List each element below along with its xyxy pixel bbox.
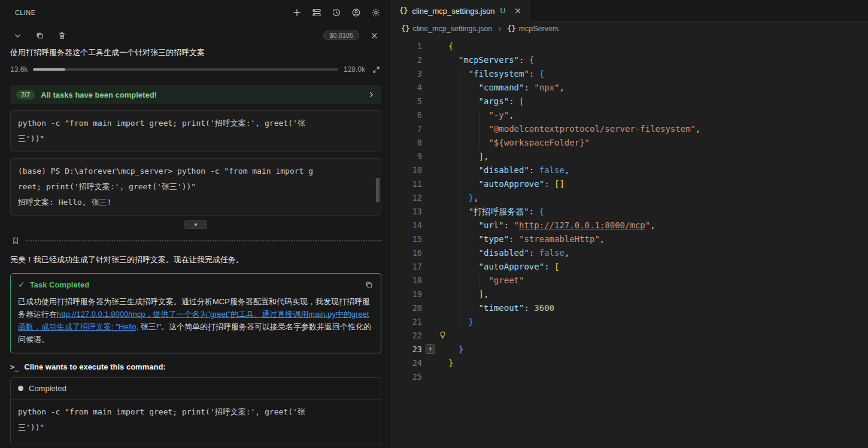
breadcrumb: {} cline_mcp_settings.json {} mcpServers (392, 22, 868, 36)
line-number: 11 (392, 177, 422, 191)
close-icon (514, 7, 522, 15)
code-content: "filesystem": { (448, 67, 544, 81)
line-number: 19 (392, 287, 422, 301)
copy-task-button[interactable] (32, 28, 47, 43)
execute-command-row: >_ Cline wants to execute this command: (10, 362, 381, 371)
command-status-code: python -c "from main import greet; print… (11, 399, 381, 444)
indent-guide (469, 177, 469, 191)
context-window-expand-button[interactable] (371, 64, 381, 75)
command-status-card: Completed python -c "from main import gr… (10, 377, 381, 444)
chevron-right-icon (367, 90, 375, 99)
delete-task-button[interactable] (54, 28, 69, 43)
account-button[interactable] (349, 5, 363, 20)
code-line: python -c "from main import greet; print… (18, 404, 374, 420)
code-line: 25 (392, 370, 868, 384)
execute-command-prompt: Cline wants to execute this command: (24, 362, 165, 371)
breadcrumb-symbol[interactable]: {} mcpServers (507, 25, 559, 33)
code-line: 18"greet" (392, 274, 868, 287)
code-content: "打招呼服务器": { (448, 205, 544, 219)
cost-badge: $0.0105 (323, 31, 359, 40)
tasks-completed-message: All tasks have been completed! (41, 90, 157, 99)
assistant-message: 完美！我已经成功生成了针对张三的招呼文案。现在让我完成任务。 (10, 254, 381, 266)
code-line: 2"mcpServers": { (392, 53, 868, 67)
scrollbar-thumb[interactable] (376, 178, 380, 202)
indent-guide (469, 95, 469, 108)
indent-guide (479, 136, 479, 150)
quick-fix-lightbulb[interactable] (438, 331, 447, 340)
code-line: 20"timeout": 3600 (392, 301, 868, 315)
terminal-line: reet; print('招呼文案:', greet('张三'))" (18, 179, 374, 195)
breadcrumb-file[interactable]: {} cline_mcp_settings.json (401, 25, 492, 33)
indent-guide (459, 301, 459, 315)
editor-panel: {} cline_mcp_settings.json U {} cline_mc… (392, 0, 868, 448)
indent-guide (459, 81, 459, 95)
history-button[interactable] (329, 5, 344, 20)
line-number: 22 (392, 329, 422, 343)
gutter-margin: + (422, 343, 448, 356)
new-task-button[interactable] (290, 5, 304, 20)
code-content: "mcpServers": { (448, 53, 534, 67)
tab-cline-mcp-settings[interactable]: {} cline_mcp_settings.json U (392, 0, 530, 22)
gutter-margin (422, 177, 448, 191)
cline-chat: $0.0105 使用打招呼服务器这个工具生成一个针对张三的招呼文案 13.6k … (0, 25, 391, 448)
code-content: "args": [ (448, 95, 524, 108)
mcp-servers-button[interactable] (309, 5, 324, 20)
settings-button[interactable] (369, 5, 383, 20)
context-window-row: 13.6k 128.0k (10, 64, 381, 75)
cline-toolbar (290, 5, 383, 20)
code-line: 4"command": "npx", (392, 81, 868, 95)
gutter-margin (422, 246, 448, 260)
indent-guide (459, 136, 459, 150)
code-content: "@modelcontextprotocol/server-filesystem… (448, 122, 700, 136)
code-line: 三'))" (18, 420, 374, 435)
tokens-used: 13.6k (10, 65, 28, 74)
code-content: "autoApprove": [] (448, 177, 564, 191)
checkpoint-button[interactable] (10, 235, 21, 246)
copy-icon (365, 280, 374, 289)
indent-guide (459, 122, 459, 136)
line-number: 2 (392, 53, 422, 67)
tasks-completed-banner[interactable]: 7/7 All tasks have been completed! (10, 85, 381, 104)
indent-guide (469, 301, 469, 315)
gutter-margin (422, 164, 448, 177)
panel-title: CLINE (15, 9, 35, 16)
indent-guide (469, 136, 469, 150)
indent-guide (469, 246, 469, 260)
close-icon (370, 31, 379, 40)
code-content: "${workspaceFolder}" (448, 136, 590, 150)
code-line: 三'))" (18, 131, 374, 147)
code-content: ], (448, 150, 488, 164)
gutter-margin (422, 356, 448, 370)
tab-close-button[interactable] (514, 7, 522, 15)
command-status-header[interactable]: Completed (11, 378, 381, 399)
code-content: "disabled": false, (448, 164, 569, 177)
gutter-margin (422, 205, 448, 219)
code-content: "disabled": false, (448, 246, 569, 260)
account-icon (351, 8, 361, 17)
line-number: 15 (392, 232, 422, 246)
indent-guide (479, 108, 479, 122)
terminal-line: (base) PS D:\aforever\mcp_server> python… (18, 164, 374, 179)
indent-guide (459, 260, 459, 274)
copy-result-button[interactable] (365, 280, 374, 289)
indent-guide (459, 108, 459, 122)
symbol-object-icon: {} (507, 25, 515, 33)
cline-header: CLINE (0, 0, 391, 25)
indent-guide (459, 191, 459, 205)
code-line: 17"autoApprove": [ (392, 260, 868, 274)
code-content: "command": "npx", (448, 81, 564, 95)
gutter-margin (422, 191, 448, 205)
trash-icon (57, 31, 66, 40)
code-line: 6"-y", (392, 108, 868, 122)
indent-guide (459, 150, 459, 164)
banner-expand-button[interactable] (367, 90, 375, 99)
add-comment-button[interactable]: + (426, 344, 435, 354)
close-task-button[interactable] (367, 28, 381, 43)
expand-icon (372, 66, 380, 74)
collapse-task-button[interactable] (10, 28, 25, 43)
command-code-block: python -c "from main import greet; print… (10, 110, 381, 152)
gutter-margin (422, 81, 448, 95)
scroll-to-bottom-button[interactable]: ▼ (184, 220, 207, 229)
code-line: 19], (392, 287, 868, 301)
line-number: 5 (392, 95, 422, 108)
